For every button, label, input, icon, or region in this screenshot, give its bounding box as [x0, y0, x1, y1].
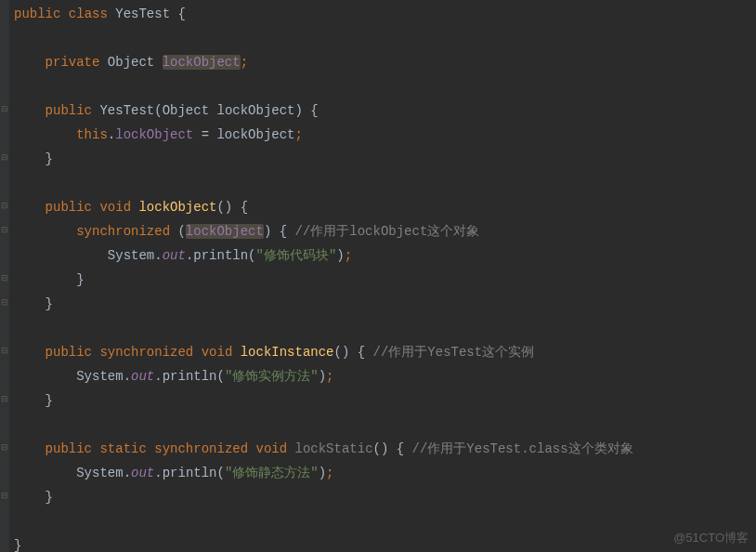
code-line: public synchronized void lockInstance() … [14, 345, 534, 360]
code-line: } [14, 296, 53, 311]
editor-gutter: ⊟ ⊟ ⊟ ⊟ ⊟ ⊟ ⊟ ⊟ ⊟ ⊟ [0, 0, 9, 552]
watermark-label: @51CTO博客 [673, 530, 749, 546]
code-line: private Object lockObject; [14, 55, 248, 70]
highlighted-symbol: lockObject [163, 55, 241, 70]
code-line: } [14, 393, 53, 408]
code-line: } [14, 272, 85, 287]
code-line: this.lockObject = lockObject; [14, 127, 303, 142]
code-line: System.out.println("修饰实例方法"); [14, 369, 334, 384]
code-line: public class YesTest { [14, 7, 186, 21]
fold-marker-icon: ⊟ [0, 394, 9, 403]
code-line: synchronized (lockObject) { //作用于lockObj… [14, 224, 479, 239]
fold-marker-icon: ⊟ [0, 491, 9, 500]
code-line: } [14, 490, 53, 505]
fold-marker-icon: ⊟ [0, 346, 9, 355]
code-line: System.out.println("修饰代码块"); [14, 248, 352, 263]
code-line: System.out.println("修饰静态方法"); [14, 466, 334, 480]
code-editor[interactable]: public class YesTest { private Object lo… [9, 0, 756, 552]
code-line: public void lockObject() { [14, 200, 248, 215]
fold-marker-icon: ⊟ [0, 442, 9, 452]
fold-marker-icon: ⊟ [0, 152, 9, 162]
fold-marker-icon: ⊟ [0, 225, 9, 234]
code-line: } [14, 151, 53, 166]
code-line: public YesTest(Object lockObject) { [14, 103, 319, 118]
fold-marker-icon: ⊟ [0, 201, 9, 210]
code-line: public static synchronized void lockStat… [14, 441, 633, 456]
fold-marker-icon: ⊟ [0, 273, 9, 283]
highlighted-symbol: lockObject [186, 224, 264, 239]
fold-marker-icon: ⊟ [0, 297, 9, 307]
code-line: } [14, 538, 21, 552]
fold-marker-icon: ⊟ [0, 104, 9, 113]
